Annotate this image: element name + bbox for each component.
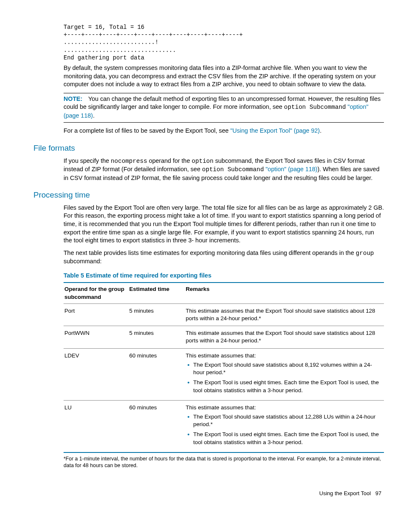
table-title: Table 5 Estimate of time required for ex… (64, 272, 384, 280)
processing-paragraph-2: The next table provides lists time estim… (64, 249, 384, 266)
note-end: . (93, 112, 95, 119)
list-item: The Export Tool is used eight times. Eac… (193, 379, 381, 394)
code-block: Target = 16, Total = 16 +----+----+----+… (64, 23, 384, 62)
heading-processing-time: Processing time (33, 190, 384, 200)
table-row: LU 60 minutes This estimate assumes that… (64, 400, 384, 452)
cell-remarks: This estimate assumes that: The Export T… (185, 400, 384, 452)
cell-operand: PortWWN (64, 326, 128, 348)
th-remarks: Remarks (185, 283, 384, 303)
table-row: PortWWN 5 minutes This estimate assumes … (64, 326, 384, 348)
cell-operand: LDEV (64, 348, 128, 400)
footer-text: Using the Export Tool (319, 490, 371, 496)
complete-list-link[interactable]: "Using the Export Tool" (page 92) (230, 127, 320, 134)
th-operand: Operand for the group subcommand (64, 283, 128, 303)
cell-remarks: This estimate assumes that: The Export T… (185, 348, 384, 400)
complete-list-paragraph: For a complete list of files to be saved… (64, 127, 384, 135)
cell-time: 60 minutes (128, 348, 185, 400)
cell-remarks: This estimate assumes that the Export To… (185, 303, 384, 326)
cell-time: 5 minutes (128, 303, 185, 326)
complete-list-text: For a complete list of files to be saved… (64, 127, 230, 134)
list-item: The Export Tool should save statistics a… (193, 361, 381, 376)
footer-page: 97 (376, 490, 381, 496)
table-footnote: *For a 1-minute interval, the number of … (64, 455, 384, 469)
cell-time: 60 minutes (128, 400, 185, 452)
cell-operand: Port (64, 303, 128, 326)
th-time: Estimated time (128, 283, 185, 303)
table-row: LDEV 60 minutes This estimate assumes th… (64, 348, 384, 400)
paragraph-default: By default, the system compresses monito… (64, 64, 384, 89)
page-footer: Using the Export Tool 97 (15, 490, 381, 497)
list-item: The Export Tool should save statistics a… (193, 413, 381, 428)
list-item: The Export Tool is used eight times. Eac… (193, 431, 381, 446)
note-code: option Subcommand (284, 104, 346, 111)
cell-remarks: This estimate assumes that the Export To… (185, 326, 384, 348)
note-label: NOTE: (64, 95, 82, 102)
heading-file-formats: File formats (33, 143, 384, 154)
cell-operand: LU (64, 400, 128, 452)
complete-list-end: . (320, 127, 322, 134)
table-row: Port 5 minutes This estimate assumes tha… (64, 303, 384, 326)
estimate-table: Operand for the group subcommand Estimat… (64, 282, 384, 453)
note-block: NOTE: You can change the default method … (64, 93, 384, 123)
file-formats-paragraph: If you specify the nocompress operand fo… (64, 157, 384, 182)
file-formats-link[interactable]: "option" (page 118) (264, 166, 317, 172)
cell-time: 5 minutes (128, 326, 185, 348)
processing-paragraph-1: Files saved by the Export Tool are often… (64, 204, 384, 245)
